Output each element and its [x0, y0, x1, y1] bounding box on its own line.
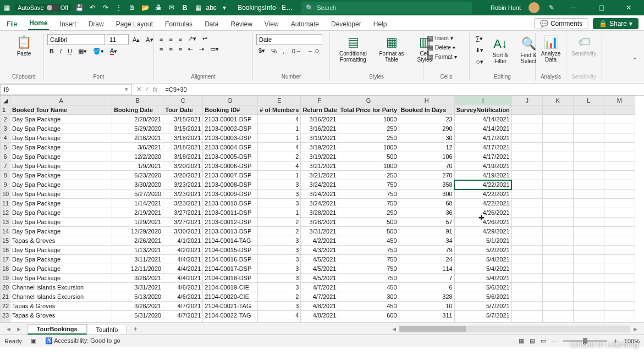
cell[interactable]: 250: [338, 133, 399, 143]
horizontal-scrollbar[interactable]: [399, 326, 630, 332]
cell[interactable]: [573, 133, 604, 143]
cell[interactable]: 4/3/2021: [301, 246, 338, 255]
merge-icon[interactable]: ▭▾: [208, 44, 221, 54]
cell[interactable]: [542, 208, 573, 218]
cell[interactable]: 30: [399, 133, 454, 143]
cell[interactable]: 1000: [338, 143, 399, 152]
accessibility-status[interactable]: ♿ Accessibility: Good to go: [45, 337, 120, 344]
cell[interactable]: Tapas & Groves: [10, 236, 112, 246]
inc-decimal-icon[interactable]: .0→: [288, 47, 304, 55]
cell[interactable]: 57: [399, 218, 454, 227]
cell[interactable]: 311: [399, 311, 454, 320]
dropdown-icon[interactable]: ▾: [220, 3, 229, 12]
user-name[interactable]: Robin Hunt: [491, 4, 521, 11]
row-header-18[interactable]: 18: [1, 264, 10, 274]
cell[interactable]: 1/13/2021: [112, 246, 163, 255]
sheet-tab-tourbookings[interactable]: TourBookings: [27, 324, 87, 335]
email-icon[interactable]: ✉: [167, 3, 176, 12]
cell[interactable]: 6/23/2020: [112, 171, 163, 180]
cell[interactable]: Tour Date: [163, 105, 203, 115]
cell[interactable]: Day Spa Package: [10, 208, 112, 218]
row-header-3[interactable]: 3: [1, 124, 10, 133]
percent-icon[interactable]: %: [269, 47, 279, 55]
menu-help[interactable]: Help: [372, 18, 388, 30]
cell[interactable]: 4/7/2021: [301, 283, 338, 292]
menu-file[interactable]: File: [5, 18, 18, 30]
scroll-left-icon[interactable]: ◄: [391, 326, 397, 332]
cell[interactable]: 4/8/2021: [301, 311, 338, 320]
cell[interactable]: 750: [338, 180, 399, 190]
cell[interactable]: 5/6/2021: [454, 292, 511, 302]
cell[interactable]: 3: [258, 236, 301, 246]
col-header-C[interactable]: C: [163, 96, 203, 105]
cell[interactable]: 750: [338, 190, 399, 199]
cell[interactable]: [573, 311, 604, 320]
cell[interactable]: [604, 227, 635, 236]
cell[interactable]: [542, 274, 573, 283]
cell[interactable]: 750: [338, 264, 399, 274]
cell[interactable]: 750: [338, 274, 399, 283]
cell[interactable]: # of Members: [258, 105, 301, 115]
cancel-formula-icon[interactable]: ✕: [136, 86, 141, 93]
cell[interactable]: 4/9/2021: [301, 320, 338, 323]
cell[interactable]: 250: [338, 208, 399, 218]
cell[interactable]: 3/18/2021: [163, 133, 203, 143]
cell[interactable]: 3/21/2021: [301, 171, 338, 180]
cell[interactable]: [542, 264, 573, 274]
menu-home[interactable]: Home: [28, 17, 48, 30]
cell[interactable]: [604, 311, 635, 320]
cell[interactable]: 3/28/2021: [112, 274, 163, 283]
cell[interactable]: 4: [258, 320, 301, 323]
undo-icon[interactable]: ↶: [88, 3, 97, 12]
cell[interactable]: Day Spa Package: [10, 161, 112, 171]
cell[interactable]: 106: [399, 152, 454, 161]
cell[interactable]: Day Spa Package: [10, 199, 112, 208]
cell[interactable]: 3/27/2021: [163, 208, 203, 218]
cell[interactable]: 4/14/2021: [454, 115, 511, 124]
cell[interactable]: 2/19/2021: [112, 208, 163, 218]
cell[interactable]: 600: [338, 311, 399, 320]
formula-input[interactable]: =C9+30: [162, 86, 644, 93]
cell[interactable]: 2104-00021-TAG: [203, 302, 258, 311]
cell[interactable]: 5/6/2021: [454, 283, 511, 292]
cell[interactable]: 500: [338, 218, 399, 227]
cell[interactable]: 4/5/2021: [301, 264, 338, 274]
cell[interactable]: 3/20/2021: [163, 171, 203, 180]
cell[interactable]: 2/26/2021: [112, 236, 163, 246]
cell[interactable]: Day Spa Package: [10, 320, 112, 323]
cell[interactable]: [542, 199, 573, 208]
cell[interactable]: 12: [399, 143, 454, 152]
cell[interactable]: 3/18/2021: [163, 143, 203, 152]
cell[interactable]: [542, 161, 573, 171]
cell[interactable]: 4/2/2021: [301, 236, 338, 246]
cell[interactable]: 3/28/2021: [112, 302, 163, 311]
cell[interactable]: [573, 124, 604, 133]
minimize-button[interactable]: —: [564, 0, 584, 15]
insert-cells-button[interactable]: ▦Insert ▾: [427, 34, 466, 42]
cell[interactable]: [542, 302, 573, 311]
cell[interactable]: 2103-00004-DSP: [203, 143, 258, 152]
cell[interactable]: 4/4/2021: [163, 255, 203, 264]
cell[interactable]: 5/29/2020: [112, 124, 163, 133]
col-header-F[interactable]: F: [301, 96, 338, 105]
menu-view[interactable]: View: [263, 18, 280, 30]
cell[interactable]: 79: [399, 246, 454, 255]
font-name-select[interactable]: [47, 34, 105, 45]
cell[interactable]: [511, 152, 542, 161]
cell[interactable]: 4/17/2021: [454, 133, 511, 143]
maximize-button[interactable]: ▢: [591, 0, 611, 15]
add-sheet-button[interactable]: ＋: [127, 325, 144, 333]
cell[interactable]: [604, 218, 635, 227]
cell[interactable]: [573, 143, 604, 152]
cell[interactable]: [604, 255, 635, 264]
cell[interactable]: 450: [338, 236, 399, 246]
cell[interactable]: Day Spa Package: [10, 143, 112, 152]
cell[interactable]: 3: [258, 283, 301, 292]
cell[interactable]: 4/19/2021: [454, 171, 511, 180]
align-center-icon[interactable]: ≡: [167, 45, 174, 54]
cell[interactable]: 750: [338, 246, 399, 255]
cell[interactable]: Day Spa Package: [10, 171, 112, 180]
cell[interactable]: 5/2/2021: [454, 246, 511, 255]
cell[interactable]: 3: [258, 246, 301, 255]
cell[interactable]: 2104-00022-TAG: [203, 311, 258, 320]
